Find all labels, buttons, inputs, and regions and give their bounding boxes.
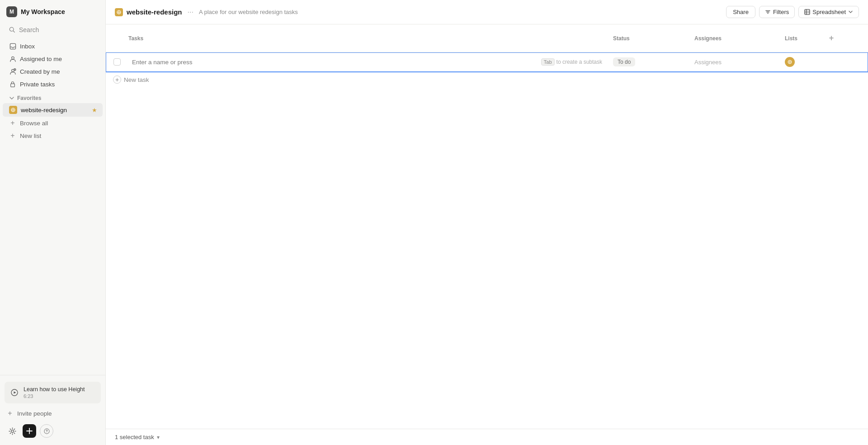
project-icon: [9, 106, 17, 114]
create-plus-icon: [26, 428, 33, 434]
svg-rect-16: [805, 9, 810, 14]
sidebar-item-private-label: Private tasks: [20, 81, 55, 88]
created-by-me-icon: [9, 68, 16, 75]
share-button[interactable]: Share: [726, 6, 755, 18]
favorites-section-header[interactable]: Favorites: [3, 90, 103, 103]
settings-button[interactable]: [5, 424, 19, 438]
workspace-icon: M: [6, 6, 17, 17]
topbar-actions: Share Filters Spreadsheet: [726, 6, 859, 18]
browse-all-button[interactable]: + Browse all: [3, 117, 103, 129]
learn-title: Learn how to use Height: [24, 386, 95, 393]
sidebar-item-created-label: Created by me: [20, 68, 60, 75]
create-button[interactable]: [23, 424, 36, 438]
inbox-icon: [9, 43, 16, 50]
bottom-bar: 1 selected task ▾: [106, 429, 868, 445]
selected-count-text: 1 selected task: [115, 434, 154, 440]
workspace-title: My Workspace: [21, 8, 65, 15]
topbar-more-button[interactable]: ···: [186, 7, 195, 17]
new-task-label: New task: [124, 76, 149, 83]
filters-icon: [765, 9, 771, 15]
sidebar: M My Workspace Search Inbox Assigned to …: [0, 0, 106, 445]
invite-people-button[interactable]: + Invite people: [0, 406, 105, 421]
sidebar-item-inbox[interactable]: Inbox: [3, 40, 103, 52]
new-task-row[interactable]: + New task: [106, 72, 868, 87]
topbar-project-icon: [115, 8, 123, 16]
sidebar-item-private-tasks[interactable]: Private tasks: [3, 78, 103, 90]
learn-card[interactable]: Learn how to use Height 6:23: [5, 382, 101, 403]
sidebar-item-created-by-me[interactable]: Created by me: [3, 65, 103, 78]
workspace-header[interactable]: M My Workspace: [0, 0, 105, 22]
topbar: website-redesign ··· A place for our web…: [106, 0, 868, 24]
column-header-tasks: Tasks: [106, 31, 606, 46]
task-status-cell[interactable]: To do: [606, 53, 687, 71]
new-list-label: New list: [20, 133, 41, 139]
search-icon: [9, 27, 15, 33]
spreadsheet-label: Spreadsheet: [812, 9, 846, 15]
task-assignees-cell[interactable]: Assignees: [687, 54, 778, 70]
assignees-placeholder: Assignees: [694, 59, 722, 66]
spreadsheet-icon: [804, 9, 810, 15]
column-header-lists: Lists +: [778, 24, 868, 52]
column-header-status: Status: [606, 31, 687, 46]
new-list-button[interactable]: + New list: [3, 129, 103, 142]
search-label: Search: [19, 26, 39, 33]
status-badge: To do: [613, 57, 635, 66]
task-checkbox-cell: [106, 54, 128, 70]
filters-button[interactable]: Filters: [759, 6, 795, 18]
table-area: Tasks Status Assignees Lists + Tab to cr…: [106, 24, 868, 429]
svg-rect-6: [11, 84, 15, 87]
task-input-row: Tab to create a subtask To do Assignees: [106, 52, 868, 72]
topbar-project-name: website-redesign: [127, 8, 182, 16]
svg-rect-2: [10, 43, 15, 49]
browse-all-plus-icon: +: [9, 119, 16, 127]
learn-time: 6:23: [24, 393, 95, 399]
project-name-label: website-redesign: [21, 107, 67, 114]
task-name-input[interactable]: [128, 54, 541, 70]
sidebar-item-assigned-to-me[interactable]: Assigned to me: [3, 52, 103, 65]
svg-line-1: [13, 31, 14, 32]
assigned-icon: [9, 55, 16, 62]
new-task-plus-icon: +: [113, 76, 121, 84]
lock-icon: [9, 80, 16, 88]
star-icon: ★: [92, 107, 97, 114]
help-button[interactable]: [40, 424, 53, 438]
search-button[interactable]: Search: [5, 24, 101, 36]
column-header-assignees: Assignees: [687, 31, 778, 46]
learn-text: Learn how to use Height 6:23: [24, 386, 95, 399]
assignee-avatar: [785, 57, 795, 67]
selected-chevron-icon: ▾: [157, 434, 160, 440]
spreadsheet-button[interactable]: Spreadsheet: [798, 6, 859, 18]
new-list-plus-icon: +: [9, 132, 16, 139]
invite-label: Invite people: [17, 410, 52, 417]
spreadsheet-chevron-icon: [848, 9, 853, 14]
main-content: website-redesign ··· A place for our web…: [106, 0, 868, 445]
filters-label: Filters: [773, 9, 789, 15]
svg-point-3: [11, 57, 14, 59]
sidebar-item-inbox-label: Inbox: [20, 43, 35, 50]
hint-action-text: to create a subtask: [557, 59, 602, 65]
sidebar-item-website-redesign[interactable]: website-redesign ★: [3, 103, 103, 117]
chevron-down-icon: [9, 95, 14, 101]
sidebar-bottom: Learn how to use Height 6:23 + Invite pe…: [0, 375, 105, 445]
settings-icon: [9, 427, 16, 435]
selected-task-badge[interactable]: 1 selected task ▾: [115, 434, 160, 440]
invite-plus-icon: +: [6, 410, 14, 417]
task-checkbox[interactable]: [113, 58, 121, 66]
table-header-row: Tasks Status Assignees Lists +: [106, 24, 868, 52]
svg-point-9: [11, 430, 13, 432]
task-input-hint: Tab to create a subtask: [541, 58, 606, 66]
browse-all-label: Browse all: [20, 120, 48, 127]
task-lists-cell[interactable]: [778, 52, 868, 71]
add-column-button[interactable]: +: [825, 29, 838, 47]
favorites-label: Favorites: [17, 95, 41, 101]
question-icon: [44, 428, 50, 434]
sidebar-footer-icons: [0, 421, 105, 441]
sidebar-item-assigned-label: Assigned to me: [20, 56, 62, 62]
tab-hint-key: Tab: [541, 58, 555, 66]
topbar-description: A place for our website redesign tasks: [199, 9, 722, 15]
svg-point-11: [46, 432, 47, 432]
play-icon: [10, 388, 19, 397]
